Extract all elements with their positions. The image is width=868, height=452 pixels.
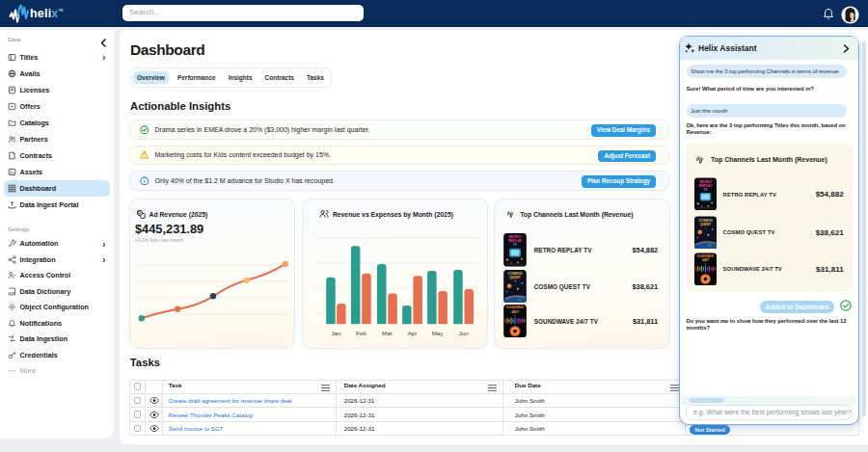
svg-text:TV: TV xyxy=(704,262,707,264)
svg-text:QUEST: QUEST xyxy=(509,276,521,279)
svg-text:TV: TV xyxy=(514,314,517,317)
svg-text:Jun: Jun xyxy=(458,330,469,336)
svg-text:QUEST: QUEST xyxy=(699,223,710,226)
svg-text:Feb: Feb xyxy=(356,330,366,336)
svg-text:TV: TV xyxy=(704,226,708,229)
svg-text:Mar: Mar xyxy=(382,330,393,336)
svg-text:TV: TV xyxy=(514,279,518,283)
svg-text:Apr: Apr xyxy=(408,330,418,336)
svg-text:Jan: Jan xyxy=(331,330,341,336)
svg-text:May: May xyxy=(432,330,445,336)
